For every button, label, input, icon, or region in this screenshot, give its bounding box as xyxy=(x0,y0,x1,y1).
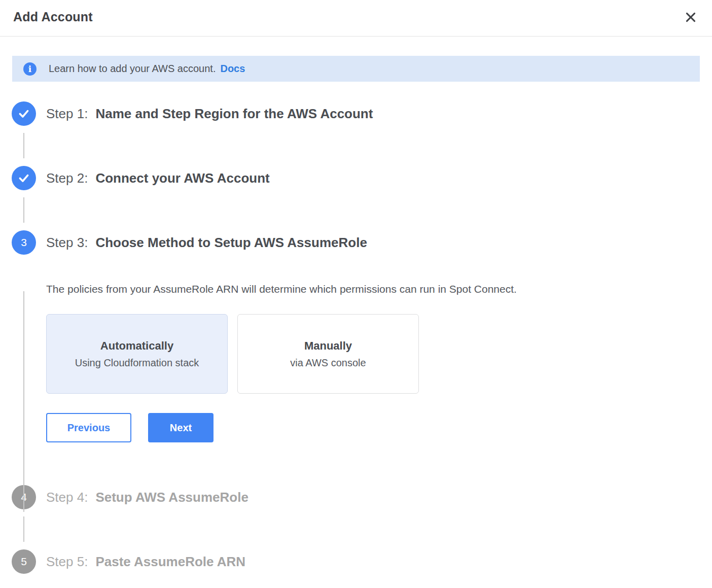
step-title: Name and Step Region for the AWS Account xyxy=(95,106,373,121)
option-subtitle: via AWS console xyxy=(290,357,366,369)
step-title: Choose Method to Setup AWS AssumeRole xyxy=(95,235,367,250)
check-icon xyxy=(17,171,30,185)
step-number: 3 xyxy=(21,236,27,249)
page-title: Add Account xyxy=(13,10,93,24)
step-3-number-circle: 3 xyxy=(12,230,36,255)
close-icon[interactable] xyxy=(682,8,700,26)
step-title: Setup AWS AssumeRole xyxy=(95,490,248,505)
setup-method-options: Automatically Using Cloudformation stack… xyxy=(46,314,712,394)
add-account-modal: Add Account i Learn how to add your AWS … xyxy=(0,0,712,574)
step-3-label: Step 3:Choose Method to Setup AWS Assume… xyxy=(46,235,367,251)
docs-link[interactable]: Docs xyxy=(220,63,245,75)
option-title: Manually xyxy=(304,339,352,353)
step-connector xyxy=(23,516,24,542)
step-3-row: 3 Step 3:Choose Method to Setup AWS Assu… xyxy=(12,230,712,255)
option-subtitle: Using Cloudformation stack xyxy=(75,357,199,369)
previous-button[interactable]: Previous xyxy=(46,413,131,442)
step-4-row: 4 Step 4:Setup AWS AssumeRole xyxy=(12,485,712,509)
option-automatically[interactable]: Automatically Using Cloudformation stack xyxy=(46,314,228,394)
check-icon xyxy=(17,107,30,120)
option-title: Automatically xyxy=(100,339,173,353)
step-prefix: Step 1: xyxy=(46,106,88,121)
step-3-description: The policies from your AssumeRole ARN wi… xyxy=(46,283,712,295)
step-connector xyxy=(23,291,24,512)
step-1-label: Step 1:Name and Step Region for the AWS … xyxy=(46,106,373,122)
step-title: Paste AssumeRole ARN xyxy=(95,554,245,569)
step-2-label: Step 2:Connect your AWS Account xyxy=(46,170,270,186)
next-button[interactable]: Next xyxy=(148,413,213,442)
banner-text: Learn how to add your AWS account. xyxy=(49,63,216,75)
modal-header: Add Account xyxy=(0,0,712,37)
step-2-complete-circle xyxy=(12,166,36,190)
step-prefix: Step 2: xyxy=(46,170,88,186)
step-prefix: Step 3: xyxy=(46,235,88,250)
option-manually[interactable]: Manually via AWS console xyxy=(237,314,419,394)
step-1-complete-circle xyxy=(12,101,36,126)
step-5-label: Step 5:Paste AssumeRole ARN xyxy=(46,554,245,570)
step-connector xyxy=(23,197,24,223)
info-banner: i Learn how to add your AWS account. Doc… xyxy=(12,56,700,82)
step-5-row: 5 Step 5:Paste AssumeRole ARN xyxy=(12,549,712,574)
step-connector xyxy=(23,133,24,158)
step-2-row: Step 2:Connect your AWS Account xyxy=(12,166,712,190)
step-number: 5 xyxy=(21,556,27,568)
step-3-content-wrap: The policies from your AssumeRole ARN wi… xyxy=(0,283,712,442)
info-icon: i xyxy=(23,62,37,76)
step-prefix: Step 5: xyxy=(46,554,88,569)
step-1-row: Step 1:Name and Step Region for the AWS … xyxy=(12,101,712,126)
step-prefix: Step 4: xyxy=(46,490,88,505)
step-title: Connect your AWS Account xyxy=(95,170,269,186)
wizard-actions: Previous Next xyxy=(46,413,712,442)
step-4-label: Step 4:Setup AWS AssumeRole xyxy=(46,490,248,505)
step-5-number-circle: 5 xyxy=(12,549,36,574)
